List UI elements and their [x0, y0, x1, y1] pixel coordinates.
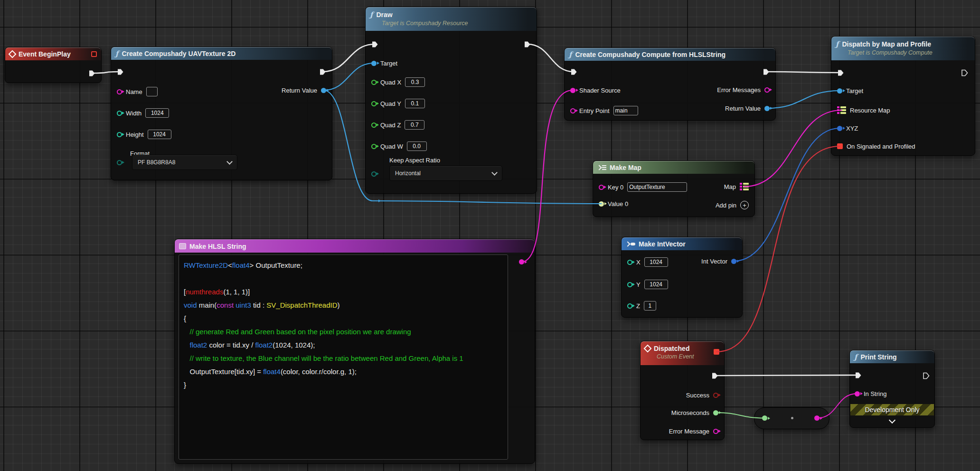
node-dispatched-event[interactable]: Dispatched Custom Event Success Microsec… [640, 341, 725, 440]
exec-in-pin[interactable] [837, 69, 844, 76]
quad-z-pin[interactable] [371, 122, 377, 128]
in-string-pin[interactable] [855, 391, 860, 396]
exec-out-row [88, 66, 95, 80]
wire-reroute-to-makemap-value0[interactable] [373, 201, 602, 204]
format-pin[interactable] [117, 160, 122, 165]
pin-label: Map [724, 183, 736, 190]
pin-label: X [636, 259, 641, 266]
x-field[interactable] [644, 257, 668, 267]
z-pin[interactable] [627, 303, 632, 309]
node-title: Make HLSL String [189, 243, 246, 250]
name-pin[interactable] [117, 89, 122, 94]
keep-aspect-ratio-value: Horizontal [395, 170, 421, 177]
int-vector-pin[interactable] [731, 259, 736, 264]
wire-exec-dispatched-to-printstring[interactable] [715, 375, 858, 376]
wire-exec-createcompute-to-dispatch[interactable] [766, 72, 841, 73]
keep-aspect-ratio-dropdown[interactable]: Horizontal [389, 166, 502, 181]
entry-point-pin[interactable] [570, 108, 575, 113]
quad-w-pin[interactable] [371, 144, 377, 149]
on-signaled-delegate-pin[interactable] [837, 143, 843, 149]
blueprint-canvas[interactable]: Event BeginPlay ƒ Create Compushady UAVT… [0, 0, 980, 471]
quad-x-pin[interactable] [371, 80, 377, 85]
microseconds-pin[interactable] [713, 410, 718, 415]
exec-out-pin[interactable] [763, 68, 770, 75]
entry-point-field[interactable] [613, 106, 638, 115]
converter-in-pin[interactable] [762, 415, 767, 421]
pin-label: Shader Source [579, 87, 621, 94]
return-value-pin[interactable] [321, 88, 326, 93]
quad-w-field[interactable] [407, 141, 427, 151]
name-field[interactable] [146, 87, 158, 96]
keep-aspect-ratio-row [371, 167, 377, 180]
pin-label: Z [636, 302, 640, 310]
node-header: Make IntVector [622, 237, 742, 250]
success-pin[interactable] [713, 393, 718, 398]
quad-y-field[interactable] [405, 99, 425, 108]
node-print-string[interactable]: ƒ Print String In String Development Onl… [849, 350, 935, 428]
node-create-uavtexture[interactable]: ƒ Create Compushady UAVTexture 2D Return… [111, 47, 332, 180]
resource-map-pin[interactable] [837, 106, 846, 114]
node-make-intvector[interactable]: Make IntVector X Y Z Int Vector [621, 237, 743, 318]
converter-out-pin[interactable] [814, 415, 820, 421]
error-messages-pin[interactable] [764, 87, 770, 93]
width-pin[interactable] [117, 111, 122, 116]
add-pin-icon[interactable]: + [740, 201, 749, 209]
node-event-beginplay[interactable]: Event BeginPlay [5, 47, 102, 83]
target-pin[interactable] [837, 88, 842, 94]
expand-chevron-icon[interactable] [889, 417, 895, 424]
exec-out-pin[interactable] [524, 41, 531, 48]
wire-compute-returnvalue-to-dispatch-target[interactable] [767, 91, 840, 108]
exec-out-pin[interactable] [88, 70, 95, 77]
function-icon: ƒ [836, 40, 839, 48]
node-create-compute[interactable]: ƒ Create Compushady Compute from HLSLStr… [564, 47, 776, 121]
node-draw[interactable]: ƒ Draw Target is Compushady Resource Tar… [365, 7, 537, 194]
key0-field[interactable] [627, 182, 687, 192]
value0-pin[interactable] [599, 201, 604, 207]
add-pin-row[interactable]: + Add pin [716, 198, 749, 212]
return-value-pin[interactable] [764, 106, 770, 111]
node-make-map[interactable]: Make Map Key 0 Value 0 Map + Add pin [593, 160, 755, 217]
exec-in-pin[interactable] [855, 372, 862, 379]
y-pin[interactable] [627, 282, 632, 287]
add-pin-label: Add pin [716, 202, 736, 209]
xyz-pin[interactable] [837, 126, 842, 131]
exec-in-pin[interactable] [117, 68, 124, 75]
node-tostring-converter[interactable] [754, 407, 829, 429]
exec-out-pin[interactable] [923, 372, 930, 379]
shader-source-pin[interactable] [570, 88, 575, 93]
exec-in-row [117, 65, 124, 78]
quad-y-pin[interactable] [371, 101, 377, 106]
delegate-pin[interactable] [714, 349, 719, 355]
node-make-hlsl-string[interactable]: Make HLSL String RWTexture2D<float4> Out… [174, 239, 535, 464]
key0-pin[interactable] [599, 185, 604, 190]
height-pin[interactable] [117, 132, 122, 137]
target-pin[interactable] [371, 61, 377, 66]
exec-in-pin[interactable] [570, 68, 577, 75]
exec-out-pin[interactable] [711, 372, 718, 379]
y-field[interactable] [644, 280, 668, 289]
string-out-pin[interactable] [519, 259, 524, 264]
hlsl-code-editor[interactable]: RWTexture2D<float4> OutputTexture; [numt… [179, 254, 508, 460]
z-field[interactable] [644, 301, 656, 311]
wire-makemap-to-resourcemap[interactable] [744, 110, 842, 187]
keep-aspect-ratio-pin[interactable] [371, 171, 377, 177]
exec-out-pin[interactable] [319, 68, 326, 75]
quad-z-field[interactable] [405, 120, 424, 130]
map-out-pin[interactable] [740, 183, 749, 190]
node-dispatch[interactable]: ƒ Dispatch by Map and Profile Target is … [831, 36, 975, 156]
height-field[interactable] [148, 130, 171, 139]
return-value-row: Return Value [282, 84, 326, 97]
resource-map-row: Resource Map [837, 104, 890, 117]
name-row: Name [117, 85, 158, 98]
x-pin[interactable] [627, 260, 632, 265]
exec-out-pin[interactable] [961, 69, 968, 76]
make-struct-icon [626, 242, 635, 246]
exec-in-pin[interactable] [371, 41, 378, 48]
format-dropdown[interactable]: PF B8G8R8A8 [132, 155, 237, 170]
exec-in-row [855, 368, 862, 382]
width-field[interactable] [145, 108, 169, 118]
error-message-pin[interactable] [713, 429, 718, 434]
delegate-pin[interactable] [91, 51, 97, 57]
quad-x-field[interactable] [405, 77, 425, 87]
int-vector-out-row: Int Vector [701, 254, 736, 268]
